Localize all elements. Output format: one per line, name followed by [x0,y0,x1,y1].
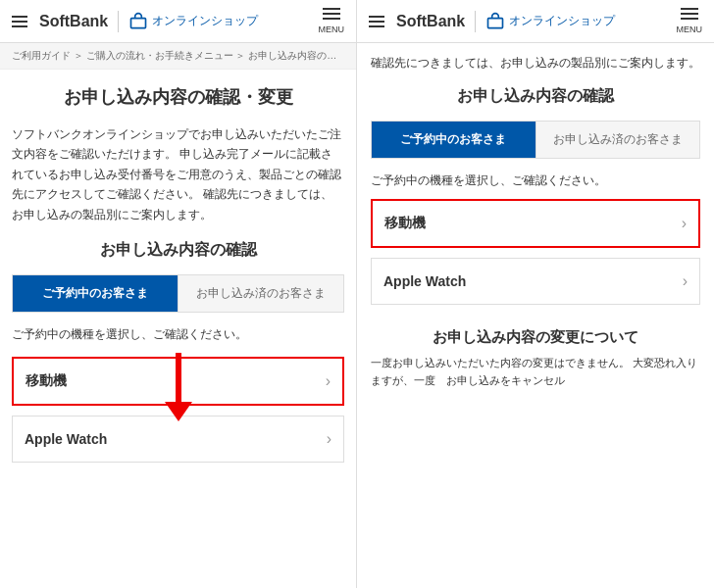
intro-text: 確認先につきましては、お申し込みの製品別にご案内します。 [357,43,714,82]
left-header: SoftBank オンラインショップ MENU [0,0,356,43]
right-select-hint: ご予約中の機種を選択し、ご確認ください。 [357,172,714,189]
svg-rect-1 [488,18,503,27]
chevron-right-icon: › [327,430,332,448]
page-title: お申し込み内容の確認・変更 [12,85,344,109]
right-applewatch-chevron: › [683,272,688,290]
menu-button[interactable]: MENU [319,8,345,34]
left-panel: SoftBank オンラインショップ MENU ご利用ガイド ＞ ご購入の流れ・… [0,0,357,588]
right-panel: SoftBank オンラインショップ MENU 確認先につきましては、お申し込み… [357,0,714,588]
cart-area[interactable]: オンラインショップ [128,12,258,31]
select-hint: ご予約中の機種を選択し、ご確認ください。 [12,326,344,343]
header-divider [118,11,119,32]
right-applewatch-label: Apple Watch [383,273,466,289]
right-section-title: お申し込み内容の確認 [357,86,714,107]
idoki-label: 移動機 [26,372,67,390]
list-item-applewatch[interactable]: Apple Watch › [12,416,344,463]
cart-label: オンラインショップ [152,13,258,29]
right-chevron-icon: › [682,215,687,232]
right-tabs: ご予約中のお客さま お申し込み済のお客さま [371,121,700,159]
right-menu-button[interactable]: MENU [677,8,703,34]
arrow-head [165,402,192,421]
brand-name: SoftBank [39,13,108,30]
menu-label: MENU [319,24,345,34]
svg-rect-0 [131,18,146,27]
arrow-indicator [165,353,192,421]
applewatch-label: Apple Watch [25,431,107,447]
right-menu-label: MENU [677,24,703,34]
left-logo: SoftBank [12,13,108,30]
right-list-item-applewatch[interactable]: Apple Watch › [371,258,700,305]
right-menu-lines-icon [681,8,698,23]
right-cart-icon [485,12,505,31]
right-idoki-label: 移動機 [384,215,426,232]
left-content: お申し込み内容の確認・変更 ソフトバンクオンラインショップでお申し込みいただいた… [0,70,356,588]
page-desc: ソフトバンクオンラインショップでお申し込みいただいたご注文内容をご確認いただけま… [12,124,344,224]
left-tabs: ご予約中のお客さま お申し込み済のお客さま [12,274,344,313]
section-title: お申し込み内容の確認 [12,240,344,261]
menu-lines-icon [323,8,340,23]
right-header-divider [475,11,476,32]
right-cart-label: オンラインショップ [509,13,615,29]
right-list-item-idoki[interactable]: 移動機 › [371,199,700,248]
chevron-right-icon: › [326,372,331,390]
right-header: SoftBank オンラインショップ MENU [357,0,714,43]
hamburger-icon[interactable] [369,16,384,27]
tab-reserved[interactable]: ご予約中のお客さま [13,275,178,312]
change-section-title: お申し込み内容の変更について [357,328,714,347]
change-desc: 一度お申し込みいただいた内容の変更はできません。 大変恐れ入りますが、一度 お申… [357,355,714,389]
right-cart-area[interactable]: オンラインショップ [485,12,615,31]
breadcrumb: ご利用ガイド ＞ ご購入の流れ・お手続きメニュー ＞ お申し込み内容の確認・変更 [0,43,356,70]
right-logo: SoftBank [369,13,465,30]
cart-icon [128,12,148,31]
right-tab-ordered[interactable]: お申し込み済のお客さま [536,122,700,158]
arrow-shaft [176,353,181,402]
right-brand-name: SoftBank [396,13,465,30]
right-tab-reserved[interactable]: ご予約中のお客さま [372,122,536,158]
hamburger-icon[interactable] [12,16,27,27]
tab-ordered[interactable]: お申し込み済のお客さま [178,275,343,312]
